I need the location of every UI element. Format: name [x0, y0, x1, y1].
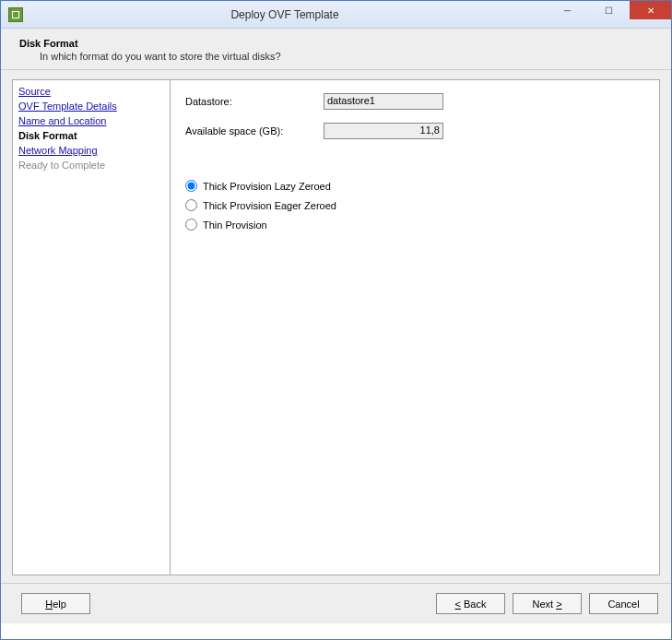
next-button-label: Next — [532, 599, 553, 610]
radio-thick-eager-label: Thick Provision Eager Zeroed — [203, 200, 336, 211]
datastore-label: Datastore: — [185, 96, 324, 107]
radio-thick-lazy[interactable]: Thick Provision Lazy Zeroed — [185, 180, 644, 192]
sidebar-item-disk-format: Disk Format — [18, 128, 164, 143]
maximize-button[interactable]: ☐ — [588, 1, 630, 19]
main-area: Source OVF Template Details Name and Loc… — [1, 70, 671, 583]
available-space-value: 11,8 — [324, 123, 443, 139]
sidebar-item-ready: Ready to Complete — [18, 158, 164, 172]
available-space-label: Available space (GB): — [185, 125, 324, 136]
datastore-value: datastore1 — [324, 93, 443, 110]
page-title: Disk Format — [19, 38, 653, 49]
wizard-steps: Source OVF Template Details Name and Loc… — [12, 79, 171, 575]
sidebar-item-ovf-details[interactable]: OVF Template Details — [18, 99, 164, 113]
radio-thin-label: Thin Provision — [203, 219, 267, 231]
close-button[interactable]: ✕ — [630, 1, 671, 19]
content-pane: Datastore: datastore1 Available space (G… — [171, 79, 660, 575]
window-controls: ─ ☐ ✕ — [547, 1, 671, 28]
back-button[interactable]: < Back — [436, 593, 505, 614]
radio-thick-eager[interactable]: Thick Provision Eager Zeroed — [185, 199, 644, 211]
wizard-header: Disk Format In which format do you want … — [1, 29, 671, 70]
minimize-button[interactable]: ─ — [547, 1, 588, 19]
vsphere-icon — [8, 7, 23, 22]
sidebar-item-source[interactable]: Source — [18, 84, 164, 99]
sidebar-item-name-location[interactable]: Name and Location — [18, 113, 164, 128]
help-button[interactable]: HHelpelp — [21, 593, 90, 614]
titlebar: Deploy OVF Template ─ ☐ ✕ — [1, 1, 671, 29]
window-title: Deploy OVF Template — [23, 8, 547, 21]
radio-thin[interactable]: Thin Provision — [185, 219, 644, 231]
next-button[interactable]: Next > — [513, 593, 582, 614]
radio-thin-input[interactable] — [185, 219, 197, 231]
radio-thick-lazy-label: Thick Provision Lazy Zeroed — [203, 181, 331, 192]
back-button-label: Back — [464, 599, 486, 610]
radio-thick-eager-input[interactable] — [185, 199, 197, 211]
page-subtitle: In which format do you want to store the… — [40, 51, 653, 62]
wizard-footer: HHelpelp < Back Next > Cancel — [1, 583, 671, 623]
available-space-row: Available space (GB): 11,8 — [185, 123, 644, 139]
cancel-button[interactable]: Cancel — [589, 593, 658, 614]
datastore-row: Datastore: datastore1 — [185, 93, 644, 110]
provision-radio-group: Thick Provision Lazy Zeroed Thick Provis… — [185, 180, 644, 231]
radio-thick-lazy-input[interactable] — [185, 180, 197, 192]
sidebar-item-network-mapping[interactable]: Network Mapping — [18, 143, 164, 158]
